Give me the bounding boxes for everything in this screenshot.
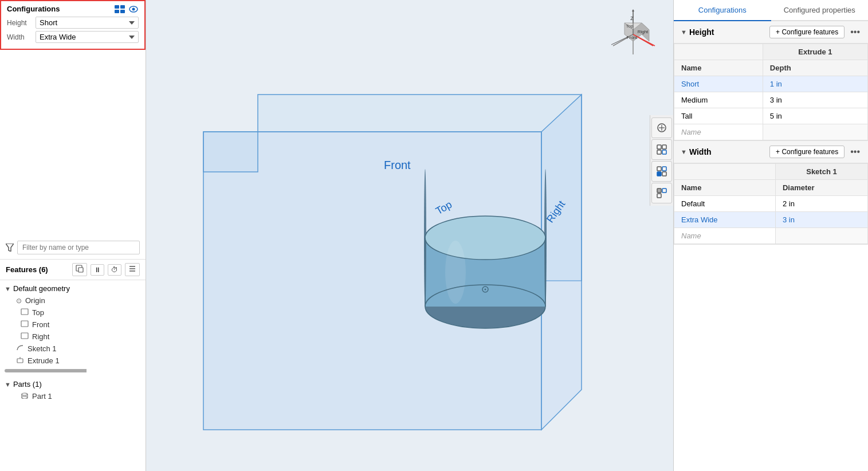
filter-input[interactable] <box>17 241 140 254</box>
svg-rect-66 <box>657 189 661 193</box>
height-row-value-2: 5 in <box>763 108 867 124</box>
list-button[interactable] <box>125 263 140 276</box>
tree-item-right[interactable]: Right <box>0 331 146 343</box>
top-label: Top <box>32 308 44 317</box>
width-diameter-header: Diameter <box>775 180 867 196</box>
svg-marker-24 <box>541 95 582 430</box>
table-row[interactable]: Extra Wide 3 in <box>674 212 868 228</box>
table-row[interactable]: Name <box>674 124 868 140</box>
sketch-svg <box>16 344 24 351</box>
height-name-col-header <box>674 44 763 60</box>
chevron-icon: ▼ <box>5 285 11 292</box>
width-table: Sketch 1 Name Diameter Default 2 in Extr… <box>674 163 868 244</box>
width-row-value-1: 3 in <box>775 212 867 228</box>
features-title: Features (6) <box>6 265 69 274</box>
configurations-box: Configurations Height Short <box>0 0 146 50</box>
tree-item-sketch1[interactable]: Sketch 1 <box>0 343 146 355</box>
height-section: ▼ Height + Configure features ••• Extrud… <box>674 21 868 141</box>
svg-rect-62 <box>657 167 661 171</box>
configurations-label: Configurations <box>7 5 60 13</box>
height-title: Height <box>689 28 714 37</box>
tree-item-part1[interactable]: Part 1 <box>0 390 146 402</box>
eye-icon <box>128 5 139 13</box>
height-blank-cell <box>763 124 867 140</box>
filter-icon <box>6 244 14 252</box>
3d-viewport[interactable]: Front Top Right <box>146 0 673 471</box>
timer-button[interactable]: ⏱ <box>108 264 121 276</box>
width-configure-label: + Configure features <box>776 148 838 156</box>
svg-rect-60 <box>657 150 661 154</box>
width-section-header: ▼ Width + Configure features ••• <box>674 141 868 163</box>
table-row[interactable]: Short 1 in <box>674 76 868 92</box>
height-configure-btn[interactable]: + Configure features <box>769 26 845 38</box>
width-configure-btn[interactable]: + Configure features <box>769 146 845 158</box>
scrollbar-horizontal[interactable] <box>5 369 141 372</box>
svg-text:Top: Top <box>626 23 634 29</box>
tree-item-top[interactable]: Top <box>0 307 146 319</box>
pause-button[interactable]: ⏸ <box>91 264 104 276</box>
width-label: Width <box>7 33 36 41</box>
table-row[interactable]: Medium 3 in <box>674 92 868 108</box>
height-select[interactable]: Short Medium Tall <box>36 17 139 29</box>
plane-icon-right <box>21 332 29 341</box>
parts-chevron: ▼ <box>5 381 11 388</box>
configurations-title: Configurations <box>7 5 139 13</box>
svg-point-5 <box>132 7 135 10</box>
svg-rect-63 <box>662 167 666 171</box>
filter-section <box>0 236 146 260</box>
tree-item-front[interactable]: Front <box>0 319 146 331</box>
width-select[interactable]: Default Extra Wide <box>36 31 139 43</box>
right-tabs: Configurations Configured properties <box>674 0 868 21</box>
parts-section: ▼ Parts (1) Part 1 <box>0 375 146 402</box>
svg-rect-0 <box>115 5 119 9</box>
parts-group[interactable]: ▼ Parts (1) <box>0 378 146 390</box>
right-label: Right <box>32 332 49 341</box>
svg-rect-61 <box>662 150 666 154</box>
height-more-btn[interactable]: ••• <box>849 27 861 37</box>
parts-title: Parts (1) <box>13 380 42 388</box>
toolbar-btn-1[interactable] <box>651 117 672 138</box>
table-row[interactable]: Default 2 in <box>674 196 868 212</box>
default-geometry-group[interactable]: ▼ Default geometry <box>0 282 146 295</box>
height-name-placeholder: Name <box>674 124 763 140</box>
toolbar-btn-3[interactable] <box>651 161 672 182</box>
add-instance-button[interactable] <box>72 263 87 276</box>
svg-rect-12 <box>21 309 28 315</box>
orientation-cube[interactable]: Z Front Right Top <box>604 6 662 63</box>
config-title-icons <box>115 5 139 13</box>
tree-item-extrude1[interactable]: Extrude 1 <box>0 355 146 367</box>
table-row[interactable]: Name <box>674 228 868 244</box>
origin-icon: ⊙ <box>16 297 22 305</box>
width-feature-col-header: Sketch 1 <box>775 164 867 180</box>
width-more-btn[interactable]: ••• <box>849 147 861 157</box>
svg-text:Right: Right <box>638 29 649 34</box>
plane-icon-front <box>21 320 29 329</box>
list-icon <box>128 265 136 273</box>
width-config-row: Width Default Extra Wide <box>7 31 139 43</box>
default-geometry-label: Default geometry <box>13 284 70 293</box>
sketch1-label: Sketch 1 <box>28 344 57 353</box>
width-blank-cell <box>775 228 867 244</box>
width-section-title: ▼ Width <box>681 147 769 156</box>
svg-rect-8 <box>78 268 83 272</box>
height-table: Extrude 1 Name Depth Short 1 in Medium 3… <box>674 44 868 140</box>
svg-marker-6 <box>6 244 14 252</box>
table-row[interactable]: Tall 5 in <box>674 108 868 124</box>
tab-configured-properties[interactable]: Configured properties <box>771 0 869 21</box>
tab-configurations[interactable]: Configurations <box>674 0 771 21</box>
extrude-svg <box>16 356 24 363</box>
front-label: Front <box>32 320 49 329</box>
svg-rect-13 <box>21 321 28 327</box>
height-label: Height <box>7 19 36 27</box>
height-row-name-1: Medium <box>674 92 763 108</box>
toolbar-btn-4[interactable] <box>651 183 672 203</box>
toolbar-btn-2[interactable] <box>651 139 672 160</box>
width-row-name-0: Default <box>674 196 776 212</box>
height-section-title: ▼ Height <box>681 28 769 37</box>
height-depth-header: Depth <box>763 60 867 76</box>
3d-scene: Front Top Right <box>146 0 673 471</box>
features-header: Features (6) ⏸ ⏱ <box>0 260 146 280</box>
tree-item-origin[interactable]: ⊙ Origin <box>0 295 146 307</box>
svg-rect-1 <box>120 5 125 9</box>
height-section-header: ▼ Height + Configure features ••• <box>674 21 868 44</box>
